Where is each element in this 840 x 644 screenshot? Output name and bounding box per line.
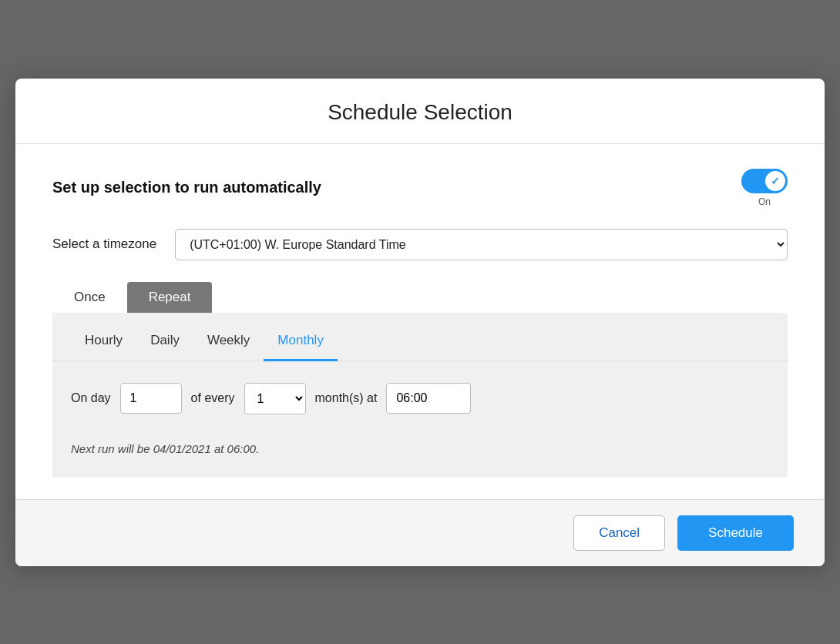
- dialog-footer: Cancel Schedule: [15, 499, 825, 566]
- auto-run-row: Set up selection to run automatically On: [52, 169, 788, 207]
- schedule-tabs: Once Repeat: [52, 282, 788, 313]
- months-at-label: month(s) at: [315, 391, 378, 405]
- monthly-config: On day of every 1 2 3 4 5 6 month(s) at: [52, 361, 788, 430]
- timezone-label: Select a timezone: [52, 236, 156, 252]
- timezone-select[interactable]: (UTC+01:00) W. Europe Standard Time (UTC…: [175, 229, 788, 260]
- tab-monthly[interactable]: Monthly: [264, 327, 338, 361]
- toggle-track: [741, 169, 788, 193]
- cancel-button[interactable]: Cancel: [573, 515, 665, 551]
- month-select[interactable]: 1 2 3 4 5 6: [244, 383, 306, 414]
- time-input[interactable]: [386, 383, 471, 414]
- timezone-row: Select a timezone (UTC+01:00) W. Europe …: [52, 229, 788, 260]
- dialog-header: Schedule Selection: [15, 79, 825, 144]
- tab-daily[interactable]: Daily: [136, 327, 193, 361]
- toggle-container: On: [741, 169, 788, 207]
- on-day-label: On day: [71, 391, 111, 405]
- repeat-panel: Hourly Daily Weekly Monthly On day of ev…: [52, 313, 788, 478]
- schedule-button[interactable]: Schedule: [677, 515, 794, 551]
- auto-run-label: Set up selection to run automatically: [52, 179, 321, 196]
- tab-hourly[interactable]: Hourly: [71, 327, 136, 361]
- day-input[interactable]: [120, 383, 182, 414]
- tab-once[interactable]: Once: [52, 282, 127, 313]
- tab-repeat[interactable]: Repeat: [127, 282, 213, 313]
- toggle-thumb: [765, 171, 785, 191]
- next-run-section: Next run will be 04/01/2021 at 06:00.: [52, 430, 788, 478]
- toggle-state-label: On: [758, 196, 771, 207]
- schedule-dialog: Schedule Selection Set up selection to r…: [15, 79, 825, 566]
- auto-run-toggle[interactable]: [741, 169, 788, 193]
- next-run-text: Next run will be 04/01/2021 at 06:00.: [71, 442, 259, 455]
- dialog-body: Set up selection to run automatically On…: [15, 144, 825, 499]
- frequency-tabs: Hourly Daily Weekly Monthly: [52, 313, 788, 361]
- tab-weekly[interactable]: Weekly: [193, 327, 264, 361]
- of-every-label: of every: [191, 391, 235, 405]
- dialog-title: Schedule Selection: [46, 100, 794, 125]
